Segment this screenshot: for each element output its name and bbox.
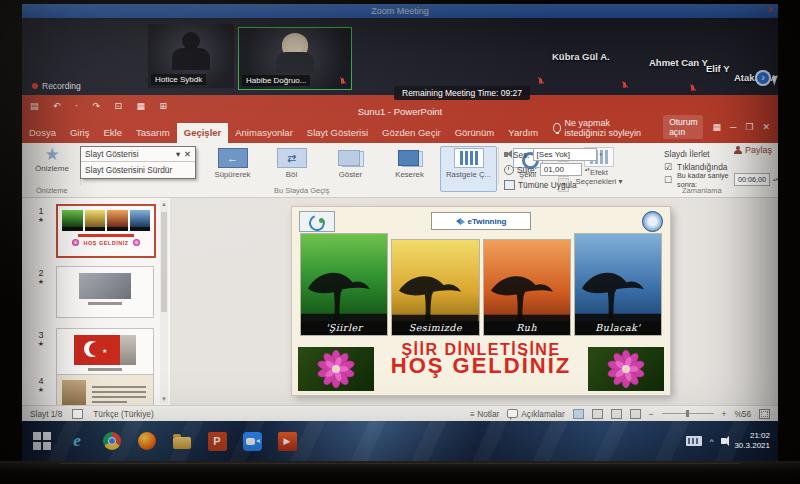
tree-panels: 'Şiirler Sesimizde Ruh Bulacak' [301,234,661,335]
taskbar-internet-explorer[interactable]: e [65,429,89,453]
scrollbar-thumb[interactable] [161,212,167,312]
speaker-icon[interactable] [721,438,726,444]
tree-panel-green: 'Şiirler [301,234,387,335]
comments-toggle[interactable]: Açıklamalar [507,409,564,419]
resume-slideshow-item[interactable]: Slayt Gösterisini Sürdür [81,161,195,178]
duration-spinner[interactable]: ▴▾ [585,167,590,172]
slide-thumbnail-1[interactable]: HOŞ GELDİNİZ [56,204,156,258]
clock-icon [504,165,514,175]
tab-yardim[interactable]: Yardım [501,123,545,143]
reading-view-icon[interactable] [611,409,622,419]
tab-animasyonlar[interactable]: Animasyonlar [228,123,300,143]
advance-slide-header: Slaydı İlerlet [664,149,710,159]
ribbon-group-labels: Önizleme Bu Slayda Geçiş Zamanlama [22,186,778,196]
tab-slayt-gosterisi[interactable]: Slayt Gösterisi [300,123,375,143]
popup-title: Slayt Gösterisi [85,149,138,159]
normal-view-icon[interactable] [573,409,584,419]
video-tile[interactable]: Habibe Doğruo... [238,27,352,90]
thumbnail-photo [79,273,131,299]
sound-dropdown[interactable]: [Ses Yok] [533,148,597,161]
muted-mic-icon [340,78,345,86]
taskbar-zoom-app[interactable] [240,429,264,453]
ribbon-options-icon[interactable]: ▦ [712,122,721,132]
slideshow-control-popup: Slayt Gösterisi ▾ ✕ Slayt Gösterisini Sü… [80,146,196,179]
popup-dropdown-icon[interactable]: ▾ [176,149,180,159]
popup-close-icon[interactable]: ✕ [184,149,191,159]
current-slide[interactable]: eTwinning 'Şiirler Sesimizde [292,207,670,395]
taskbar-clock[interactable]: 21:02 30.3.2021 [734,431,770,451]
tab-ekle[interactable]: Ekle [96,123,128,143]
tell-me-box[interactable]: Ne yapmak istediğinizi söyleyin [545,114,655,143]
scroll-down-icon[interactable]: ▼ [160,396,168,402]
firefox-icon [138,432,156,450]
tab-tasarim[interactable]: Tasarım [129,123,177,143]
zoom-remaining-time-overlay: Remaining Meeting Time: 09:27 [394,86,530,100]
zoom-in-button[interactable]: + [722,409,727,419]
thumbnail-scrollbar[interactable]: ▲ ▼ [160,200,168,403]
tab-gorunum[interactable]: Görünüm [448,123,502,143]
participant-silhouette [276,36,314,74]
share-button[interactable]: Paylaş [734,145,772,155]
checkbox-unchecked-icon[interactable]: ☐ [664,175,672,185]
crescent-icon [84,341,100,357]
comment-icon [507,409,518,418]
after-time-input[interactable]: 00:06,00 [734,173,770,186]
panel-label: Bulacak' [575,321,661,335]
zoom-participant-strip: Recording Hotice Sybdk Habibe Doğruo... … [22,18,778,95]
taskbar-chrome[interactable] [100,429,124,453]
touch-keyboard-icon[interactable] [686,436,702,446]
show-hidden-icons-caret[interactable]: ^ [710,437,714,446]
notes-toggle[interactable]: ≡ Notlar [470,409,499,419]
language-indicator[interactable]: Türkçe (Türkiye) [93,409,153,419]
lightbulb-icon [553,123,560,133]
start-button[interactable] [30,429,54,453]
school-emblem-icon [642,211,663,232]
tab-gecisler-selected[interactable]: Geçişler [177,123,229,143]
muted-mic-icon [690,85,695,93]
zoom-slider-thumb[interactable] [686,410,689,417]
tree-panel-yellow: Sesimizde [392,240,478,335]
tab-dosya[interactable]: Dosya [22,123,63,143]
laptop-screen: Zoom Meeting ✕ Recording Hotice Sybdk Ha… [22,4,778,461]
taskbar-powerpoint[interactable]: P [205,429,229,453]
taskbar-firefox[interactable] [135,429,159,453]
after-spinner[interactable]: ▴▾ [773,177,778,182]
slide-sorter-view-icon[interactable] [592,409,603,419]
photo-of-laptop: Zoom Meeting ✕ Recording Hotice Sybdk Ha… [0,0,800,484]
sound-icon [504,152,508,157]
dropdown-arrow-icon[interactable]: ▾ [600,152,603,157]
scroll-up-icon[interactable]: ▲ [160,201,168,207]
taskbar-file-explorer[interactable] [170,429,194,453]
slide-thumbnail-3[interactable]: ★ [56,328,154,380]
maximize-icon[interactable]: ❐ [745,122,753,132]
preview-button[interactable]: ★ Önizleme [28,146,76,173]
mouse-cursor [772,75,778,85]
slideshow-view-icon[interactable] [630,409,641,419]
chrome-icon [103,432,121,450]
fit-to-window-icon[interactable] [759,409,770,419]
taskbar-media-player[interactable]: ▶ [275,429,299,453]
zoom-slider[interactable] [662,413,714,414]
checkbox-checked-icon[interactable]: ☑ [664,162,672,172]
tab-gozden-gecir[interactable]: Gözden Geçir [375,123,448,143]
slide-thumbnail-2[interactable] [56,266,154,318]
sign-in-button[interactable]: Oturum açın [663,115,703,139]
minimize-icon[interactable]: ─ [730,122,736,132]
flower-icon [72,239,79,246]
tab-giris[interactable]: Giriş [63,123,97,143]
close-icon[interactable]: ✕ [762,122,770,132]
slide-thumbnail-4[interactable] [56,374,154,405]
duration-input[interactable]: 01,00 [540,163,582,176]
zoom-out-button[interactable]: − [649,409,654,419]
transition-star-icon: ★ [34,386,48,393]
wipe-left-icon: ← [218,148,248,168]
zoom-close-icon[interactable]: ✕ [766,5,774,15]
zoom-titlebar: Zoom Meeting ✕ [22,4,778,18]
spellcheck-icon[interactable] [72,409,83,419]
slide-editing-area[interactable]: eTwinning 'Şiirler Sesimizde [170,198,778,405]
zoom-percent[interactable]: %56 [734,409,751,419]
video-tile[interactable]: Hotice Sybdk [148,24,234,88]
ribbon-tab-row: Dosya Giriş Ekle Tasarım Geçişler Animas… [22,121,778,143]
play-icon: ▶ [278,432,297,451]
next-participants-arrow-button[interactable]: › [755,70,771,86]
